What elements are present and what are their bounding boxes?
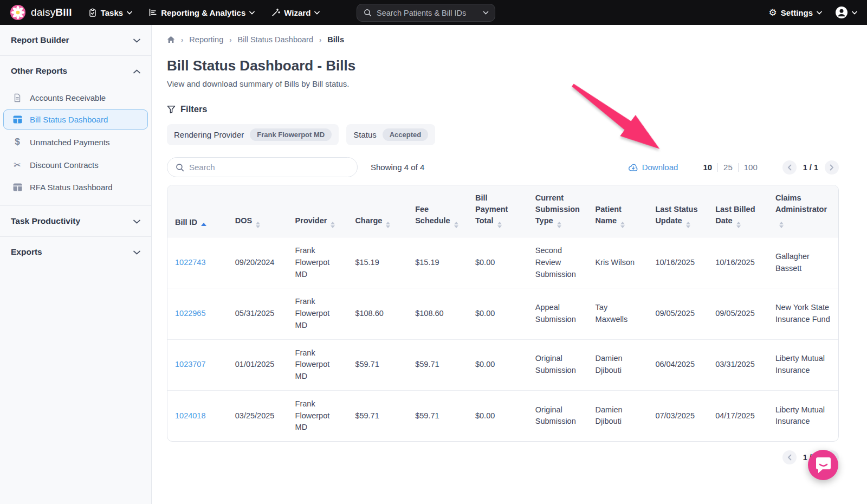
filter-chip-value[interactable]: Accepted: [383, 128, 429, 141]
bill-id-link[interactable]: 1023707: [175, 360, 205, 369]
breadcrumb-current: Bills: [327, 35, 344, 44]
sidebar-section-task-productivity[interactable]: Task Productivity: [0, 206, 151, 236]
column-header-charge[interactable]: Charge: [347, 185, 407, 237]
column-header-patient-name[interactable]: Patient Name: [588, 185, 648, 237]
table-row: 1024018 03/25/2025 Frank Flowerpot MD $5…: [167, 390, 838, 441]
column-header-bill-payment-total[interactable]: Bill Payment Total: [468, 185, 528, 237]
cell-patient-name: Damien Djibouti: [588, 339, 648, 390]
column-header-dos[interactable]: DOS: [228, 185, 288, 237]
table-row: 1022965 05/31/2025 Frank Flowerpot MD $1…: [167, 288, 838, 339]
nav-wizard-label: Wizard: [284, 8, 310, 17]
bill-id-link[interactable]: 1024018: [175, 411, 205, 420]
cell-claims-administrator: New York State Insurance Fund: [768, 288, 838, 339]
previous-page-button[interactable]: [782, 160, 797, 175]
sidebar-item-label: Discount Contracts: [30, 160, 99, 170]
sidebar-item-bill-status-dashboard[interactable]: Bill Status Dashboard: [3, 109, 148, 130]
bar-chart-icon: [148, 8, 157, 17]
table-search-input[interactable]: [189, 163, 349, 172]
bill-id-link[interactable]: 1022743: [175, 258, 205, 267]
column-header-bill-id[interactable]: Bill ID: [167, 185, 228, 237]
cell-provider: Frank Flowerpot MD: [288, 237, 348, 288]
global-search[interactable]: [357, 4, 495, 22]
breadcrumb-link-bill-status-dashboard[interactable]: Bill Status Dashboard: [238, 35, 313, 44]
sidebar-item-unmatched-payments[interactable]: $ Unmatched Payments: [3, 131, 148, 153]
page-size-10[interactable]: 10: [697, 163, 717, 172]
nav-reporting-analytics[interactable]: Reporting & Analytics: [148, 8, 255, 17]
breadcrumb-separator: ›: [181, 36, 183, 44]
filter-chip-status[interactable]: Status Accepted: [346, 124, 435, 145]
home-icon[interactable]: [167, 36, 175, 43]
column-header-fee-schedule[interactable]: Fee Schedule: [407, 185, 468, 237]
column-header-last-status-update[interactable]: Last Status Update: [648, 185, 708, 237]
chevron-down-icon: [817, 11, 822, 15]
search-icon: [364, 9, 372, 17]
nav-tasks-label: Tasks: [101, 8, 123, 17]
page-size-25[interactable]: 25: [718, 163, 738, 172]
gear-icon: ⚙: [769, 8, 777, 17]
pagination-top: 1 / 1: [782, 160, 839, 175]
showing-count: Showing 4 of 4: [371, 163, 424, 172]
account-menu[interactable]: [835, 6, 857, 19]
column-header-claims-administrator[interactable]: Claims Administrator: [768, 185, 838, 237]
sort-icon: [736, 222, 741, 228]
table-search[interactable]: [167, 157, 358, 177]
settings-menu[interactable]: ⚙ Settings: [769, 8, 822, 17]
cell-fee-schedule: $108.60: [407, 288, 468, 339]
scissors-icon: ✂: [12, 160, 23, 170]
chevron-up-icon: [133, 66, 140, 76]
top-navigation-bar: daisyBill Tasks Reporting & Analytics: [0, 0, 867, 25]
sidebar-section-exports[interactable]: Exports: [0, 237, 151, 267]
sort-icon: [256, 222, 260, 228]
bills-table-card: Bill ID DOS Provider Charge Fee Schedule…: [167, 185, 839, 442]
cell-charge: $108.60: [347, 288, 407, 339]
chevron-down-icon[interactable]: [483, 11, 489, 15]
cell-current-submission-type: Original Submission: [528, 339, 588, 390]
sidebar-item-rfa-status-dashboard[interactable]: RFA Status Dashboard: [3, 177, 148, 197]
column-header-current-submission-type[interactable]: Current Submission Type: [528, 185, 588, 237]
cell-dos: 01/01/2025: [228, 339, 288, 390]
next-page-button[interactable]: [825, 160, 839, 175]
breadcrumb: › Reporting › Bill Status Dashboard › Bi…: [167, 35, 839, 44]
cell-charge: $59.71: [347, 390, 407, 441]
cell-bill-payment-total: $0.00: [468, 288, 528, 339]
section-label: Exports: [11, 247, 42, 257]
filters-label: Filters: [180, 104, 208, 114]
download-button[interactable]: Download: [628, 163, 678, 172]
chat-widget-button[interactable]: [808, 450, 838, 480]
cell-last-status-update: 07/03/2025: [648, 390, 708, 441]
global-search-input[interactable]: [377, 9, 478, 17]
daisybill-logo[interactable]: daisyBill: [10, 4, 72, 21]
column-header-provider[interactable]: Provider: [288, 185, 348, 237]
breadcrumb-link-reporting[interactable]: Reporting: [189, 35, 223, 44]
previous-page-button[interactable]: [782, 450, 797, 464]
main-content: › Reporting › Bill Status Dashboard › Bi…: [152, 25, 867, 504]
filter-chip-value[interactable]: Frank Flowerpot MD: [250, 128, 332, 141]
column-header-last-billed-date[interactable]: Last Billed Date: [708, 185, 768, 237]
cell-last-billed-date: 10/16/2025: [708, 237, 768, 288]
sidebar-item-label: Unmatched Payments: [30, 138, 110, 147]
page-indicator: 1 / 1: [803, 163, 818, 172]
section-label: Other Reports: [11, 66, 67, 76]
breadcrumb-separator: ›: [319, 36, 321, 44]
document-icon: [12, 93, 23, 102]
sidebar-item-accounts-receivable[interactable]: Accounts Receivable: [3, 88, 148, 108]
cell-fee-schedule: $59.71: [407, 390, 468, 441]
cell-last-status-update: 10/16/2025: [648, 237, 708, 288]
sidebar-section-other-reports[interactable]: Other Reports: [0, 56, 151, 86]
nav-wizard[interactable]: Wizard: [271, 8, 320, 17]
sidebar-section-report-builder[interactable]: Report Builder: [0, 25, 151, 55]
cell-last-billed-date: 09/05/2025: [708, 288, 768, 339]
sidebar-item-label: Accounts Receivable: [30, 93, 106, 102]
sidebar-item-discount-contracts[interactable]: ✂ Discount Contracts: [3, 154, 148, 176]
cell-bill-payment-total: $0.00: [468, 237, 528, 288]
bill-id-link[interactable]: 1022965: [175, 309, 205, 318]
sort-icon: [620, 222, 625, 228]
sidebar-item-label: RFA Status Dashboard: [30, 183, 113, 192]
nav-tasks[interactable]: Tasks: [88, 8, 132, 17]
chevron-down-icon: [133, 247, 140, 257]
cloud-download-icon: [628, 163, 638, 172]
cell-patient-name: Damien Djibouti: [588, 390, 648, 441]
filter-chip-rendering-provider[interactable]: Rendering Provider Frank Flowerpot MD: [167, 124, 339, 145]
page-size-100[interactable]: 100: [739, 163, 763, 172]
user-avatar-icon: [835, 6, 848, 19]
